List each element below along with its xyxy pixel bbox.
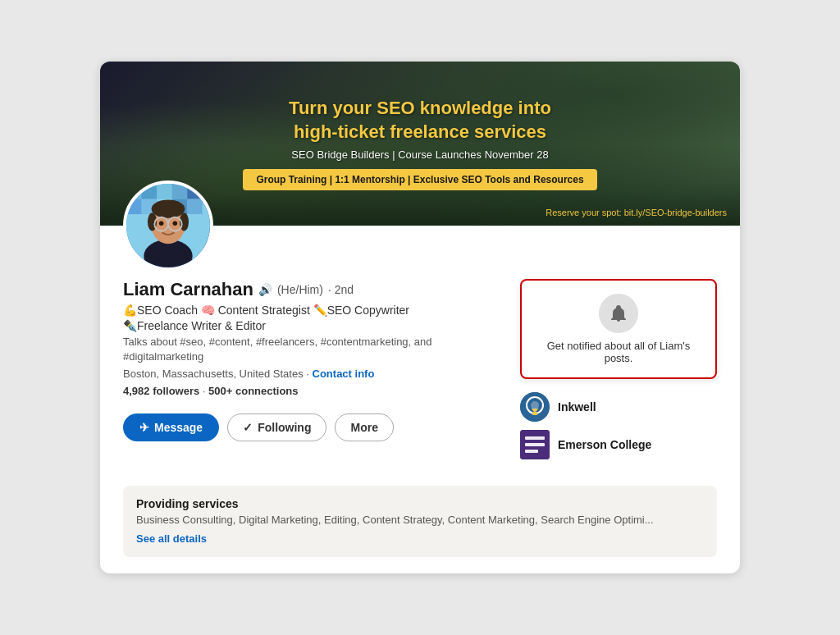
talks-about: Talks about #seo, #content, #freelancers… — [123, 335, 500, 364]
profile-card: Turn your SEO knowledge into high-ticket… — [100, 62, 740, 573]
svg-rect-3 — [157, 184, 172, 199]
services-title: Providing services — [136, 497, 704, 510]
tagline: 💪SEO Coach 🧠 Content Strategist ✏️SEO Co… — [123, 304, 500, 317]
banner-content: Turn your SEO knowledge into high-ticket… — [243, 97, 596, 190]
notification-text: Get notified about all of Liam's posts. — [535, 340, 702, 364]
banner-cta-button[interactable]: Group Training | 1:1 Mentorship | Exclus… — [243, 169, 596, 190]
svg-rect-28 — [525, 450, 538, 453]
degree-badge: · 2nd — [328, 283, 354, 296]
svg-rect-1 — [126, 184, 142, 199]
svg-point-20 — [173, 221, 178, 226]
followers-count: 4,982 followers — [123, 385, 199, 397]
svg-rect-27 — [525, 443, 545, 446]
profile-right: Get notified about all of Liam's posts. — [520, 279, 717, 469]
check-icon: ✓ — [243, 421, 253, 434]
inkwell-name: Inkwell — [558, 400, 596, 413]
services-section: Providing services Business Consulting, … — [123, 486, 717, 557]
action-buttons: ✈ Message ✓ Following More — [123, 413, 500, 441]
send-icon: ✈ — [139, 421, 149, 434]
name-row: Liam Carnahan 🔊 (He/Him) · 2nd — [123, 279, 500, 300]
bell-icon — [599, 294, 638, 333]
svg-rect-6 — [126, 199, 142, 215]
svg-rect-2 — [142, 184, 158, 199]
company-row-emerson[interactable]: Emerson College — [520, 430, 717, 459]
avatar-wrapper — [123, 180, 213, 271]
banner-reserve-link[interactable]: Reserve your spot: bit.ly/SEO-bridge-bui… — [546, 208, 727, 217]
following-button[interactable]: ✓ Following — [227, 413, 326, 441]
svg-point-13 — [152, 199, 185, 217]
svg-point-19 — [159, 221, 164, 226]
svg-rect-4 — [172, 184, 188, 199]
avatar — [123, 180, 213, 271]
more-button[interactable]: More — [335, 413, 393, 441]
inkwell-logo — [520, 392, 550, 422]
banner-title: Turn your SEO knowledge into high-ticket… — [243, 97, 596, 144]
emerson-logo — [520, 430, 550, 459]
company-row-inkwell[interactable]: Inkwell — [520, 392, 717, 422]
notification-tooltip: Get notified about all of Liam's posts. — [520, 279, 717, 379]
svg-point-23 — [531, 401, 539, 409]
svg-rect-24 — [532, 412, 537, 415]
svg-rect-5 — [187, 184, 203, 199]
contact-info-link[interactable]: Contact info — [313, 368, 375, 380]
profile-section: Liam Carnahan 🔊 (He/Him) · 2nd 💪SEO Coac… — [100, 226, 740, 486]
followers-row: 4,982 followers · 500+ connections — [123, 385, 500, 397]
services-list: Business Consulting, Digital Marketing, … — [136, 514, 704, 526]
profile-left: Liam Carnahan 🔊 (He/Him) · 2nd 💪SEO Coac… — [123, 279, 500, 469]
see-all-details-link[interactable]: See all details — [136, 532, 207, 545]
location-row: Boston, Massachusetts, United States · C… — [123, 368, 500, 380]
companies-section: Inkwell Emerson College — [520, 392, 717, 459]
connections-count: 500+ connections — [208, 385, 298, 397]
banner-subtitle: SEO Bridge Builders | Course Launches No… — [243, 148, 596, 161]
svg-rect-26 — [525, 436, 545, 440]
tagline2: ✒️Freelance Writer & Editor — [123, 319, 500, 332]
message-button[interactable]: ✈ Message — [123, 413, 219, 441]
speaker-icon: 🔊 — [258, 283, 272, 296]
emerson-name: Emerson College — [558, 438, 651, 451]
profile-name: Liam Carnahan — [123, 279, 253, 300]
pronouns: (He/Him) — [277, 283, 323, 296]
location-text: Boston, Massachusetts, United States — [123, 368, 304, 380]
svg-rect-9 — [187, 199, 203, 215]
